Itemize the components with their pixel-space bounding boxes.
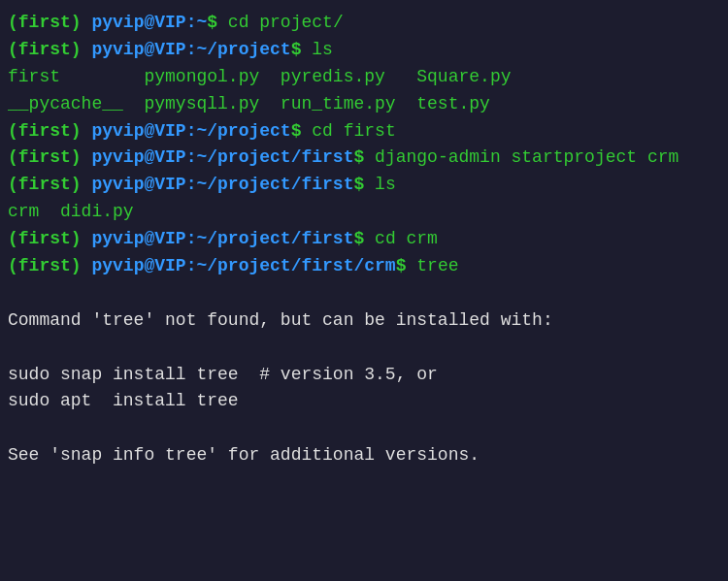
terminal-line: (first) pyvip@VIP:~/project/first$ cd cr… [8, 226, 720, 253]
prompt-dollar: $ [207, 10, 228, 37]
command-text: ls [312, 37, 333, 64]
prompt-env: (first) [8, 37, 91, 64]
prompt-env: (first) [8, 226, 91, 253]
output-line: first pymongol.py pyredis.py Square.py [8, 64, 720, 91]
prompt-dollar: $ [396, 253, 417, 280]
prompt-env: (first) [8, 172, 91, 199]
terminal-line [8, 280, 720, 307]
prompt-env: (first) [8, 118, 91, 145]
prompt-env: (first) [8, 253, 91, 280]
output-line: sudo snap install tree # version 3.5, or [8, 362, 720, 389]
prompt-env: (first) [8, 145, 91, 172]
prompt-path: pyvip@VIP:~/project/first/crm [91, 253, 395, 280]
prompt-path: pyvip@VIP:~/project/first [91, 145, 353, 172]
prompt-path: pyvip@VIP:~/project/first [91, 226, 353, 253]
command-text: ls [375, 172, 396, 199]
prompt-dollar: $ [353, 226, 375, 253]
prompt-path: pyvip@VIP:~/project [91, 37, 290, 64]
output-line: sudo apt install tree [8, 388, 720, 415]
output-line: See 'snap info tree' for additional vers… [8, 442, 720, 469]
command-text: tree [416, 253, 458, 280]
terminal: (first) pyvip@VIP:~$ cd project/(first) … [0, 0, 728, 581]
terminal-line: (first) pyvip@VIP:~/project/first$ ls [8, 172, 720, 199]
prompt-env: (first) [8, 10, 91, 37]
command-text: cd first [312, 118, 395, 145]
prompt-dollar: $ [291, 118, 313, 145]
command-text: django-admin startproject crm [375, 145, 678, 172]
terminal-line [8, 335, 720, 362]
terminal-line: (first) pyvip@VIP:~$ cd project/ [8, 10, 720, 37]
prompt-path: pyvip@VIP:~/project [91, 118, 290, 145]
terminal-line [8, 415, 720, 442]
prompt-dollar: $ [291, 37, 313, 64]
terminal-line: (first) pyvip@VIP:~/project/first/crm$ t… [8, 253, 720, 280]
command-text: cd project/ [228, 10, 344, 37]
prompt-dollar: $ [353, 172, 375, 199]
terminal-line: (first) pyvip@VIP:~/project/first$ djang… [8, 145, 720, 172]
output-line: crm didi.py [8, 199, 720, 226]
terminal-line: (first) pyvip@VIP:~/project$ cd first [8, 118, 720, 145]
output-line: __pycache__ pymysqll.py run_time.py test… [8, 91, 720, 118]
prompt-path: pyvip@VIP:~/project/first [91, 172, 353, 199]
command-text: cd crm [375, 226, 438, 253]
prompt-dollar: $ [353, 145, 375, 172]
output-line: Command 'tree' not found, but can be ins… [8, 307, 720, 335]
terminal-line: (first) pyvip@VIP:~/project$ ls [8, 37, 720, 64]
prompt-path: pyvip@VIP:~ [91, 10, 207, 37]
